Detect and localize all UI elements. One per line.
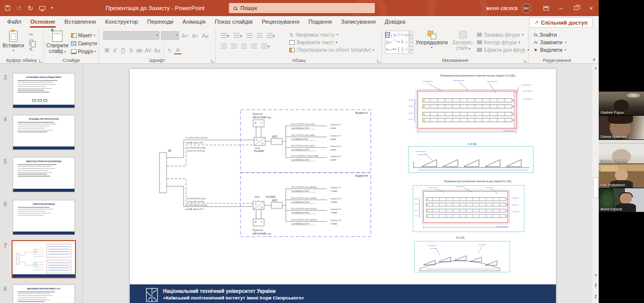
font-color-button[interactable]: А	[174, 47, 182, 54]
shrink-font-button[interactable]: A˅	[191, 32, 199, 39]
tab-file[interactable]: Файл	[3, 16, 26, 28]
find-button[interactable]: Знайти	[534, 32, 585, 38]
slide-thumbnail[interactable]: ВИМОГИ ДО ПРОЕКТНОЇ ДОКУМЕНТАЦІЇ	[13, 157, 75, 192]
next-slide-button[interactable]: ▼▼	[592, 293, 599, 300]
left-brace-shape-icon[interactable]: {	[398, 47, 399, 52]
tab-2[interactable]: Вставлення	[60, 16, 101, 28]
underline-button[interactable]: П	[119, 47, 127, 54]
video-tile[interactable]: Василь Калінчик	[599, 140, 644, 164]
tab-8[interactable]: Подання	[304, 16, 336, 28]
decrease-indent-button[interactable]	[246, 32, 254, 39]
layout-button[interactable]: Макет▾	[71, 32, 97, 39]
minimize-button[interactable]: –	[553, 0, 569, 16]
drawing-dialog-launcher[interactable]	[524, 59, 527, 62]
slide-thumbnail[interactable]: НОРМАТИВНА ТРАНСФОРМАЦІЯ РИНКУ	[13, 73, 75, 108]
restore-button[interactable]	[569, 0, 584, 16]
select-button[interactable]: ➤Виділити▾	[534, 47, 585, 53]
shapes-more[interactable]: ▼	[410, 46, 413, 54]
line-spacing-button[interactable]: ▾	[266, 32, 276, 39]
start-slideshow-icon[interactable]	[39, 6, 45, 10]
ribbon-display-options-button[interactable]	[538, 0, 553, 16]
shape-outline-button[interactable]: Контур фігури▾	[477, 39, 529, 45]
clear-formatting-button[interactable]: A⌀	[201, 32, 209, 39]
cut-button[interactable]: ✂	[27, 31, 36, 38]
strikethrough-button[interactable]: ab	[135, 47, 143, 54]
shape-effects-button[interactable]: Ефекти для фігур▾	[477, 47, 529, 53]
align-right-button[interactable]	[240, 42, 248, 50]
tab-10[interactable]: Довідка	[380, 16, 410, 28]
line-shape-icon[interactable]: ╲	[389, 33, 392, 37]
tab-7[interactable]: Рецензування	[257, 16, 304, 28]
scrollbar-thumb[interactable]	[593, 177, 598, 198]
shapes-scroll-up[interactable]: ▲	[410, 31, 413, 38]
bullets-button[interactable]: ▾	[220, 32, 230, 39]
text-direction-button[interactable]: ⇅Напрямок тексту▾	[289, 32, 374, 38]
undo-icon[interactable]: ↺	[16, 5, 22, 12]
grow-font-button[interactable]: A˄	[181, 32, 189, 39]
star-shape-icon[interactable]: ☆	[405, 47, 409, 52]
save-icon[interactable]	[5, 6, 10, 11]
align-center-button[interactable]	[230, 42, 238, 50]
account-avatar[interactable]: ЖЄ	[522, 4, 531, 13]
video-tile[interactable]: Олена Ярмолюк	[599, 116, 644, 140]
font-size-combo[interactable]	[161, 31, 179, 40]
section-button[interactable]: Розділ▾	[71, 48, 97, 55]
tab-6[interactable]: Показ слайдів	[210, 16, 257, 28]
video-tile[interactable]: Vladimir Popov	[599, 92, 644, 116]
increase-indent-button[interactable]	[256, 32, 264, 39]
scroll-down-arrow[interactable]: ▼	[592, 271, 599, 278]
shapes-scroll-down[interactable]: ▼	[410, 38, 413, 46]
collapse-ribbon-button[interactable]: ∧	[592, 57, 596, 62]
numbering-button[interactable]: ▾	[232, 32, 243, 39]
paste-button[interactable]: Вставити ▾	[0, 29, 27, 53]
oval-shape-icon[interactable]: ○	[401, 33, 404, 37]
tab-9[interactable]: Записування	[337, 16, 380, 28]
tab-1[interactable]: Основне	[26, 16, 60, 28]
arrow-shape-icon[interactable]: ↘	[392, 33, 396, 37]
quick-styles-button[interactable]: Експрес-стилі ▾	[450, 28, 476, 54]
tab-5[interactable]: Анімація	[178, 16, 210, 28]
down-arrow-shape-icon[interactable]: ⇩	[400, 40, 405, 44]
change-case-button[interactable]: Aa	[153, 47, 162, 54]
right-arrow-shape-icon[interactable]: ⇨	[396, 40, 400, 44]
vertical-scrollbar[interactable]: ▲ ▼ ▲▲ ▼▼	[592, 64, 599, 303]
rectangle-shape-icon[interactable]: □	[397, 33, 400, 37]
highlight-color-button[interactable]: ✎	[166, 47, 174, 54]
align-left-button[interactable]	[220, 42, 228, 50]
scribble-shape-icon[interactable]: ∿	[385, 47, 389, 52]
text-shadow-button[interactable]: S	[127, 47, 135, 54]
clipboard-dialog-launcher[interactable]	[39, 59, 42, 62]
reset-button[interactable]: Скинути	[71, 40, 97, 47]
font-name-combo[interactable]	[103, 31, 159, 40]
slide-thumbnail[interactable]: ПРОБЛЕМА: РЕГУЛЯТОРНІ КОЛІЗІЇ	[13, 115, 75, 150]
curve-shape-icon[interactable]: 〜	[392, 47, 396, 52]
shape-fill-button[interactable]: Заливка фігури▾	[477, 32, 529, 38]
shapes-gallery[interactable]: A ╲ ↘ □ ○ ▭ △ ⌐ ⌒ ⇨ ⇩ ⌂ ∿ ⌣ 〜	[385, 31, 409, 54]
scroll-up-arrow[interactable]: ▲	[592, 64, 599, 71]
tab-3[interactable]: Конструктор	[101, 16, 143, 28]
right-brace-shape-icon[interactable]: }	[401, 47, 403, 52]
paragraph-dialog-launcher[interactable]	[377, 59, 380, 62]
copy-button[interactable]	[27, 38, 36, 46]
text-box-shape-icon[interactable]: A	[386, 33, 389, 37]
slide-canvas[interactable]: Будівля АБудівля БЩГЛ1 (СІП 4х25) L=15,5…	[130, 69, 556, 303]
home-shape-icon[interactable]: ⌂	[405, 40, 408, 44]
slide-thumbnail[interactable]: ВИКОНАННЯ ТЕХНІЧНИХ ВИМОГ ОСР	[13, 284, 75, 303]
bold-button[interactable]: Ж	[103, 47, 111, 54]
triangle-shape-icon[interactable]: △	[385, 40, 389, 44]
close-button[interactable]: ×	[584, 0, 599, 16]
arrange-button[interactable]: Упорядкувати ▾	[413, 28, 450, 54]
customize-toolbar-icon[interactable]: ▾	[51, 6, 53, 10]
replace-button[interactable]: ⇋Замінити▾	[534, 39, 585, 45]
italic-button[interactable]: К	[111, 47, 119, 54]
columns-button[interactable]: ▾	[260, 42, 271, 50]
tab-4[interactable]: Переходи	[142, 16, 178, 28]
font-dialog-launcher[interactable]	[211, 59, 214, 62]
video-tile[interactable]: Женя Євсеєв	[599, 188, 644, 212]
previous-slide-button[interactable]: ▲▲	[592, 281, 599, 288]
share-button[interactable]: ↗ Спільний доступ	[529, 17, 593, 28]
curved-connector-icon[interactable]: ⌒	[392, 40, 396, 44]
smartart-button[interactable]: Перетворити на об'єкт SmartArt▾	[289, 47, 374, 53]
account-name[interactable]: женя євсеєв	[486, 5, 518, 11]
redo-icon[interactable]: ↻	[28, 5, 33, 12]
